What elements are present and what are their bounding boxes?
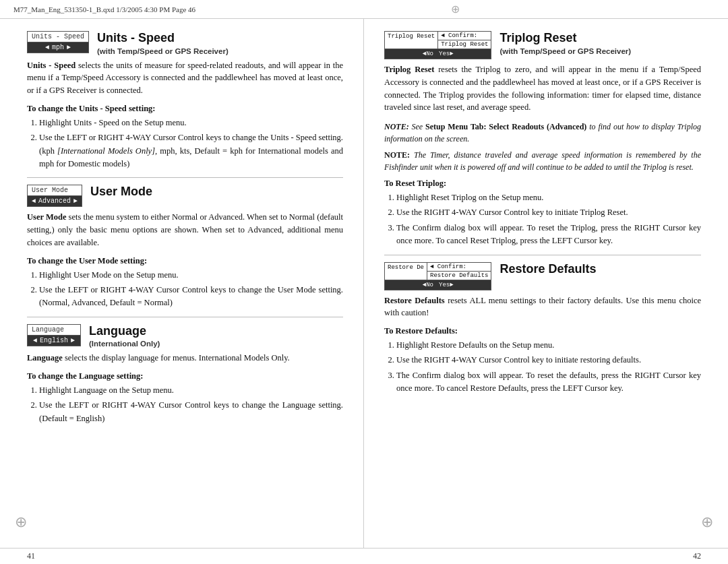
units-speed-widget-value: ◄ mph ► (28, 42, 88, 53)
triplog-note2: NOTE: The Timer, distance traveled and a… (384, 149, 701, 173)
user-mode-widget: User Mode ◄ Advanced ► (27, 185, 82, 207)
language-subtitle: (International Only) (89, 340, 343, 348)
units-speed-arrow-left: ◄ (45, 44, 49, 51)
units-speed-step-1: Highlight Units - Speed on the Setup men… (39, 117, 343, 129)
language-step-2: Use the LEFT or RIGHT 4-WAY Cursor Contr… (39, 399, 343, 425)
user-mode-widget-value: ◄ Advanced ► (28, 196, 82, 206)
language-widget: Language ◄ English ► (27, 324, 81, 346)
user-mode-arrow-left: ◄ (32, 197, 36, 205)
user-mode-section: User Mode ◄ Advanced ► User Mode User Mo… (27, 185, 343, 309)
triplog-reset-section: Triplog Reset ◄ Confirm: Triplog Reset ◄… (384, 31, 701, 248)
triplog-confirm: ◄ Confirm: (438, 32, 491, 40)
triplog-step-2: Use the RIGHT 4-WAY Cursor Control key t… (396, 206, 701, 219)
restore-defaults-title-area: Restore Defaults (499, 262, 701, 277)
user-mode-title: User Mode (90, 185, 343, 199)
triplog-name: Triplog Reset (438, 40, 491, 49)
user-mode-steps: Highlight User Mode on the Setup menu. U… (27, 269, 343, 310)
footer-left-page-number: 41 (27, 551, 35, 561)
language-section: Language ◄ English ► Language (Internati… (27, 324, 343, 425)
language-title-area: Language (International Only) (89, 324, 343, 348)
restore-defaults-body: Restore Defaults resets ALL menu setting… (384, 294, 701, 320)
units-speed-subtitle: (with Temp/Speed or GPS Receiver) (97, 47, 343, 55)
main-content: Units - Speed ◄ mph ► Units - Speed (wit… (0, 19, 728, 548)
restore-right-section: ◄ Confirm: Restore Defaults (427, 263, 491, 280)
triplog-bottom: ◄No Yes► (385, 49, 491, 59)
restore-defaults-header: Restore De ◄ Confirm: Restore Defaults ◄… (384, 262, 701, 290)
user-mode-arrow-right: ► (73, 197, 78, 205)
triplog-step-1: Highlight Reset Triplog on the Setup men… (396, 191, 701, 204)
restore-defaults-steps: Highlight Restore Defaults on the Setup … (384, 339, 701, 396)
restore-left-label: Restore De (385, 263, 427, 280)
triplog-reset-subtitle: (with Temp/Speed or GPS Receiver) (499, 47, 701, 55)
footer: 41 42 (0, 548, 728, 564)
triplog-reset-heading: To Reset Triplog: (384, 179, 701, 189)
restore-widget-top: Restore De ◄ Confirm: Restore Defaults (385, 263, 491, 280)
units-speed-step-2: Use the LEFT or RIGHT 4-WAY Cursor Contr… (39, 131, 343, 170)
language-change-heading: To change the Language setting: (27, 371, 343, 381)
header-text: M77_Man_Eng_531350-1_B.qxd 1/3/2005 4:30… (13, 5, 195, 13)
triplog-widget-top: Triplog Reset ◄ Confirm: Triplog Reset (385, 32, 491, 49)
language-body: Language selects the display language fo… (27, 352, 343, 365)
divider-2 (27, 317, 343, 317)
triplog-widget: Triplog Reset ◄ Confirm: Triplog Reset ◄… (384, 31, 491, 59)
restore-step-2: Use the RIGHT 4-WAY Cursor Control key t… (396, 354, 701, 367)
language-header: Language ◄ English ► Language (Internati… (27, 324, 343, 348)
units-speed-val-text: mph (52, 44, 64, 51)
language-val-text: English (40, 337, 68, 344)
page-wrapper: M77_Man_Eng_531350-1_B.qxd 1/3/2005 4:30… (0, 0, 728, 564)
user-mode-title-area: User Mode (90, 185, 343, 199)
footer-right-page-number: 42 (693, 551, 701, 561)
restore-defaults-title: Restore Defaults (499, 262, 701, 277)
restore-step-3: The Confirm dialog box will appear. To r… (396, 369, 701, 396)
right-page: Triplog Reset ◄ Confirm: Triplog Reset ◄… (364, 19, 728, 548)
left-page-crosshair: ⊕ (15, 513, 27, 531)
user-mode-step-2: Use the LEFT or RIGHT 4-WAY Cursor Contr… (39, 284, 343, 310)
user-mode-widget-label: User Mode (28, 185, 82, 196)
language-title: Language (89, 324, 343, 339)
header-crosshair: ⊕ (451, 3, 460, 15)
user-mode-header: User Mode ◄ Advanced ► User Mode (27, 185, 343, 207)
triplog-reset-header: Triplog Reset ◄ Confirm: Triplog Reset ◄… (384, 31, 701, 59)
triplog-reset-body: Triplog Reset resets the Triplog to zero… (384, 63, 701, 114)
language-arrow-left: ◄ (33, 337, 37, 344)
user-mode-step-1: Highlight User Mode on the Setup menu. (39, 269, 343, 282)
language-steps: Highlight Language on the Setup menu. Us… (27, 384, 343, 425)
language-widget-label: Language (28, 325, 80, 336)
units-speed-section: Units - Speed ◄ mph ► Units - Speed (wit… (27, 31, 343, 170)
restore-widget: Restore De ◄ Confirm: Restore Defaults ◄… (384, 262, 491, 290)
triplog-reset-title: Triplog Reset (499, 31, 701, 46)
restore-defaults-heading: To Restore Defaults: (384, 326, 701, 336)
language-bold: Language (27, 353, 63, 363)
left-page: Units - Speed ◄ mph ► Units - Speed (wit… (0, 19, 364, 548)
restore-bottom: ◄No Yes► (385, 280, 491, 290)
units-speed-bold: Units - Speed (27, 61, 75, 70)
triplog-reset-steps: Highlight Reset Triplog on the Setup men… (384, 191, 701, 248)
restore-step-1: Highlight Restore Defaults on the Setup … (396, 339, 701, 352)
restore-no: ◄No (423, 282, 433, 288)
user-mode-val-text: Advanced (38, 197, 71, 205)
user-mode-bold: User Mode (27, 212, 66, 222)
triplog-reset-title-area: Triplog Reset (with Temp/Speed or GPS Re… (499, 31, 701, 55)
triplog-note1: NOTE: See Setup Menu Tab: Select Readout… (384, 121, 701, 145)
divider-1 (27, 177, 343, 178)
user-mode-change-heading: To change the User Mode setting: (27, 256, 343, 266)
units-speed-change-heading: To change the Units - Speed setting: (27, 104, 343, 114)
units-speed-header: Units - Speed ◄ mph ► Units - Speed (wit… (27, 31, 343, 55)
user-mode-body: User Mode sets the menu system to either… (27, 211, 343, 249)
triplog-no: ◄No (423, 51, 433, 57)
restore-name: Restore Defaults (427, 272, 491, 280)
units-speed-title-area: Units - Speed (with Temp/Speed or GPS Re… (97, 31, 343, 55)
units-speed-widget: Units - Speed ◄ mph ► (27, 31, 89, 53)
restore-confirm: ◄ Confirm: (427, 263, 491, 272)
language-step-1: Highlight Language on the Setup menu. (39, 384, 343, 397)
language-arrow-right: ► (71, 337, 75, 344)
restore-yes: Yes► (439, 282, 454, 288)
triplog-left-label: Triplog Reset (385, 32, 438, 49)
triplog-step-3: The Confirm dialog box will appear. To r… (396, 222, 701, 248)
restore-defaults-bold: Restore Defaults (384, 296, 445, 305)
triplog-yes: Yes► (439, 51, 454, 57)
units-speed-title: Units - Speed (97, 31, 343, 46)
units-speed-body: Units - Speed selects the units of measu… (27, 59, 343, 97)
language-widget-value: ◄ English ► (28, 336, 80, 346)
divider-3 (384, 255, 701, 255)
